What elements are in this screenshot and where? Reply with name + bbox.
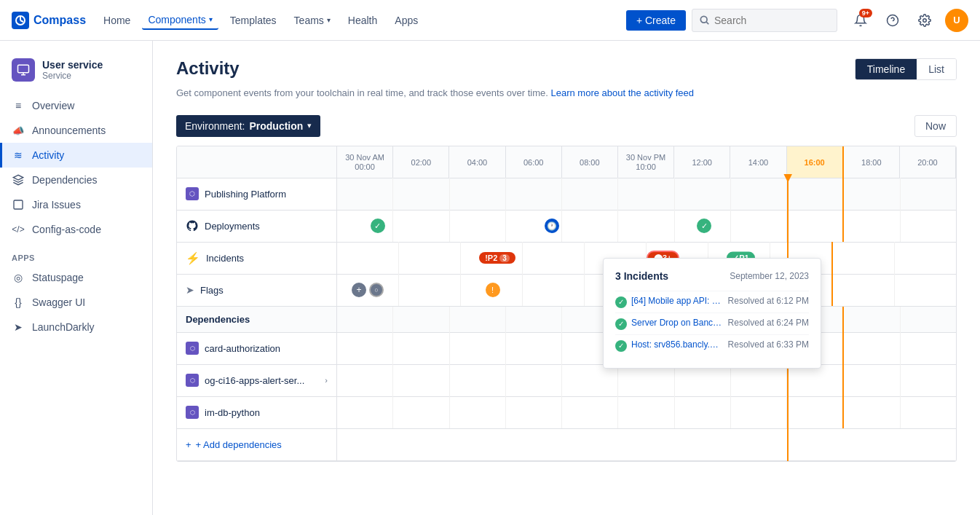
row-label-text: og-ci16-apps-alert-ser... — [205, 375, 319, 386]
cell — [844, 178, 900, 210]
incident-cluster[interactable]: ⬤3+ 3 Incidents September 12, 2023 — [647, 251, 679, 266]
cell — [506, 307, 562, 333]
list-view-button[interactable]: List — [917, 59, 956, 79]
main-layout: User service Service ≡ Overview 📣 Announ… — [0, 41, 980, 515]
sidebar-item-announcements[interactable]: 📣 Announcements — [0, 118, 152, 143]
environment-selector[interactable]: Environment: Production ▾ — [176, 115, 320, 137]
time-col-0: 30 Nov AM 00:00 — [337, 146, 393, 178]
timeline-view-button[interactable]: Timeline — [855, 59, 917, 79]
incident-status: Resolved at 6:24 PM — [728, 318, 809, 328]
sidebar-nav: ≡ Overview 📣 Announcements ≋ Activity De… — [0, 93, 152, 242]
env-chevron-icon: ▾ — [307, 121, 312, 130]
sidebar-item-label: Dependencies — [32, 174, 98, 186]
incident-link[interactable]: Server Drop on Banc.ly Fr... — [631, 318, 722, 328]
help-button[interactable] — [881, 9, 904, 32]
cell — [901, 396, 956, 428]
sidebar-item-jira-issues[interactable]: Jira Issues — [0, 192, 152, 217]
cell — [337, 242, 399, 274]
flag-circle-marker[interactable]: ○ — [369, 283, 384, 297]
cell — [901, 332, 956, 364]
nav-templates[interactable]: Templates — [224, 12, 282, 29]
dependencies-icon — [12, 173, 25, 186]
cell — [675, 364, 731, 396]
settings-button[interactable] — [913, 9, 936, 32]
incident-p2-marker[interactable]: !P23 — [479, 252, 515, 264]
cell — [337, 332, 393, 364]
app-logo[interactable]: Compass — [12, 12, 86, 29]
apps-section-label: APPS — [0, 242, 152, 265]
flag-add-marker[interactable]: + — [352, 283, 366, 297]
sidebar-item-swagger-ui[interactable]: {} Swagger UI — [0, 290, 152, 315]
nav-icons: 9+ U — [849, 9, 968, 32]
og-ci16-icon: ⬡ — [186, 374, 199, 387]
notifications-button[interactable]: 9+ — [849, 9, 872, 32]
cell — [337, 364, 393, 396]
nav-teams[interactable]: Teams ▾ — [288, 12, 336, 29]
cell — [618, 396, 674, 428]
row-label-text: Flags — [200, 285, 224, 296]
service-type: Service — [42, 71, 103, 81]
row-label-text: card-authorization — [205, 343, 280, 354]
svg-point-3 — [700, 16, 707, 23]
sidebar-item-launchdarkly[interactable]: ➤ LaunchDarkly — [0, 315, 152, 339]
svg-line-2 — [20, 20, 23, 22]
view-toggle: Timeline List — [855, 58, 957, 80]
publishing-platform-row — [337, 178, 956, 211]
components-chevron: ▾ — [209, 15, 213, 23]
cell — [506, 332, 562, 364]
deploy-success-marker-2[interactable]: ✓ — [697, 219, 711, 233]
sidebar-item-statuspage[interactable]: ◎ Statuspage — [0, 265, 152, 290]
add-dependencies-row[interactable]: + + Add dependencies — [177, 429, 336, 461]
user-avatar[interactable]: U — [945, 9, 968, 32]
cell — [506, 178, 562, 210]
row-label-flags: ➤ Flags — [177, 275, 336, 307]
cell — [844, 332, 900, 364]
cell: ✓ — [337, 210, 393, 242]
cell: ⬤3+ 3 Incidents September 12, 2023 — [647, 242, 708, 274]
sidebar-item-dependencies[interactable]: Dependencies — [0, 168, 152, 192]
time-time: 12:00 — [692, 158, 712, 167]
now-button[interactable]: Now — [914, 115, 957, 137]
cell — [393, 332, 449, 364]
search-box[interactable] — [692, 9, 837, 32]
cell — [450, 396, 506, 428]
learn-more-link[interactable]: Learn more about the activity feed — [550, 87, 694, 98]
sidebar-item-config-as-code[interactable]: </> Config-as-code — [0, 217, 152, 242]
announcements-icon: 📣 — [12, 124, 25, 137]
deploy-info-marker[interactable]: 🕐 — [545, 219, 559, 233]
search-input[interactable] — [714, 15, 816, 26]
cell: + ○ — [337, 274, 399, 306]
incident-link[interactable]: Host: srv856.bancly.com... — [631, 339, 722, 350]
cell: ✓ — [675, 210, 731, 242]
cell — [731, 364, 787, 396]
cell — [562, 210, 618, 242]
logo-icon — [12, 12, 29, 29]
create-button[interactable]: + Create — [626, 10, 686, 31]
time-time: 14:00 — [748, 158, 769, 167]
service-name: User service — [42, 59, 103, 71]
flag-warn-marker[interactable]: ! — [486, 283, 500, 297]
nav-health[interactable]: Health — [342, 12, 383, 29]
deploy-success-marker[interactable]: ✓ — [371, 219, 385, 233]
svg-rect-12 — [14, 200, 23, 209]
incident-link[interactable]: [64] Mobile app API: Requ... — [631, 296, 722, 306]
flags-icon: ➤ — [186, 284, 194, 296]
nav-home[interactable]: Home — [98, 12, 136, 29]
sidebar-item-activity[interactable]: ≋ Activity — [0, 143, 152, 168]
nav-components[interactable]: Components ▾ — [142, 11, 218, 30]
time-time: 10:00 — [636, 162, 656, 171]
activity-description: Get component events from your toolchain… — [176, 86, 957, 101]
sidebar-item-overview[interactable]: ≡ Overview — [0, 93, 152, 118]
time-time: 00:00 — [355, 162, 375, 171]
time-time: 08:00 — [580, 158, 600, 167]
timeline-row-labels: ⬡ Publishing Platform Deployments — [177, 146, 337, 461]
cell — [901, 210, 956, 242]
cell — [450, 332, 506, 364]
im-db-icon: ⬡ — [186, 406, 199, 419]
time-col-6: 12:00 — [674, 146, 730, 178]
cell — [675, 178, 731, 210]
nav-apps[interactable]: Apps — [389, 12, 424, 29]
cell — [523, 274, 585, 306]
gear-icon — [918, 14, 931, 27]
github-icon — [186, 219, 199, 232]
